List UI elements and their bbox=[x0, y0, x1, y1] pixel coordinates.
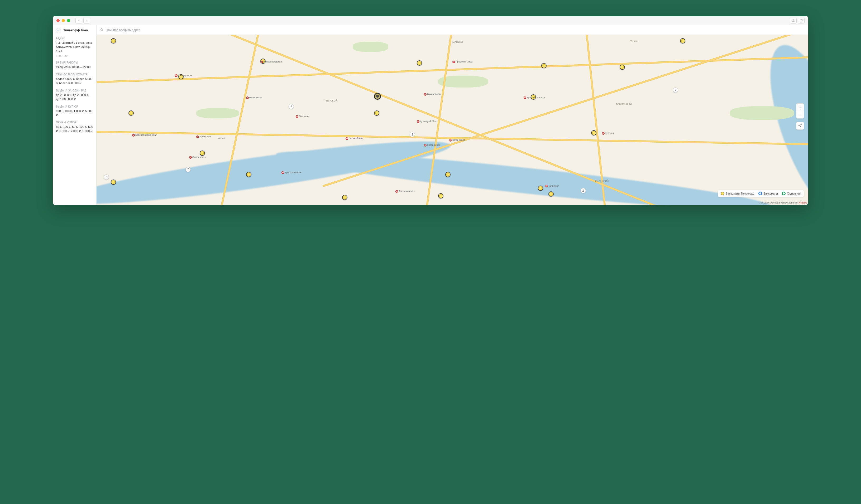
map-label: ТВЕРСКОЙ bbox=[324, 99, 337, 102]
zoom-out-button[interactable]: − bbox=[796, 111, 804, 118]
metro-label: Курская bbox=[602, 132, 614, 135]
share-button[interactable] bbox=[790, 18, 797, 24]
search-bar bbox=[97, 25, 808, 35]
map-pin-selected[interactable] bbox=[374, 93, 381, 100]
legend-branch-icon bbox=[782, 192, 785, 195]
map-pin[interactable] bbox=[111, 180, 116, 185]
metro-label: Охотный Ряд bbox=[345, 137, 363, 140]
nav-back-button[interactable]: ‹ bbox=[76, 18, 82, 24]
balance-value: более 5 000 €, более 5 000 $, более 300 … bbox=[56, 77, 93, 85]
address-label: АДРЕС bbox=[56, 37, 93, 40]
map-pin[interactable] bbox=[417, 60, 422, 66]
map-label: АРБАТ bbox=[218, 137, 225, 140]
locate-button[interactable] bbox=[796, 122, 804, 130]
content: ← Тинькофф Банк АДРЕС ТЦ "Цветной", 1 эт… bbox=[53, 25, 808, 205]
denom-in-value: 50 €, 100 €, 50 $, 100 $, 500 ₽, 1 000 ₽… bbox=[56, 125, 93, 134]
map-label: МОНИКИ bbox=[452, 41, 463, 43]
svg-point-1 bbox=[101, 29, 103, 31]
back-button[interactable]: ← bbox=[56, 28, 61, 33]
map-pin[interactable] bbox=[680, 38, 685, 43]
search-input[interactable] bbox=[106, 28, 805, 32]
map-cluster[interactable]: 2 bbox=[673, 87, 678, 93]
map-cluster[interactable]: 2 bbox=[104, 174, 109, 180]
metro-label: Белорусская bbox=[175, 74, 192, 77]
metro-label: Китай-город bbox=[449, 139, 465, 142]
map-cluster[interactable]: 2 bbox=[186, 167, 191, 172]
map-cluster[interactable]: 2 bbox=[580, 188, 586, 193]
metro-label: Арбатская bbox=[196, 135, 211, 138]
map-pin[interactable] bbox=[246, 172, 251, 177]
map-pin[interactable] bbox=[541, 63, 547, 68]
metro-label: Проспект Мира bbox=[452, 60, 473, 63]
legend-atm-icon bbox=[758, 192, 762, 195]
metro-label: Новослободская bbox=[260, 60, 282, 63]
close-icon[interactable] bbox=[56, 19, 59, 22]
legend: Банкоматы Тинькофф Банкоматы Отделения bbox=[718, 190, 804, 197]
page-title: Тинькофф Банк bbox=[63, 28, 88, 33]
address-value: ТЦ "Цветной", 1 этаж, зона банкоматов, Ц… bbox=[56, 41, 93, 54]
metro-label: Кропоткинская bbox=[282, 171, 301, 174]
map-pin[interactable] bbox=[591, 130, 597, 136]
metro-label: Смоленская bbox=[189, 156, 206, 159]
metro-label: Кузнецкий Мост bbox=[417, 120, 438, 123]
metro-label: Красные Ворота bbox=[524, 96, 545, 99]
map-label: БАСМАННЫЙ bbox=[616, 103, 632, 106]
metro-label: Сухаревская bbox=[424, 93, 441, 96]
metro-label: Третьяковская bbox=[395, 190, 415, 193]
denom-in-label: ПРИЕМ КУПЮР bbox=[56, 121, 93, 124]
metro-label: Краснопресненская bbox=[132, 134, 157, 137]
once-value: до 20 000 €, до 20 000 $, до 1 000 000 ₽ bbox=[56, 93, 93, 101]
denom-out-label: ВЫДАЧА КУПЮР bbox=[56, 105, 93, 108]
map-pin[interactable] bbox=[438, 193, 443, 198]
map-pin[interactable] bbox=[445, 172, 451, 177]
main: + − Банкоматы Тинькофф Банкоматы Отделен… bbox=[97, 25, 808, 205]
metro-label: Таганская bbox=[545, 184, 559, 187]
nav-arrows: ‹ › bbox=[76, 18, 90, 24]
terms-link[interactable]: Условия использования bbox=[770, 201, 798, 204]
metro-label: Маяковская bbox=[246, 96, 262, 99]
zoom-in-button[interactable]: + bbox=[796, 103, 804, 111]
hours-value: ежедневно 10:00 — 22:00 bbox=[56, 65, 93, 69]
tabs-button[interactable] bbox=[798, 18, 805, 24]
balance-label: СЕЙЧАС В БАНКОМАТЕ bbox=[56, 73, 93, 76]
sidebar: ← Тинькофф Банк АДРЕС ТЦ "Цветной", 1 эт… bbox=[53, 25, 97, 205]
legend-tinkoff-label: Банкоматы Тинькофф bbox=[726, 192, 754, 195]
once-label: ВЫДАЧА ЗА ОДИН РАЗ bbox=[56, 89, 93, 92]
legend-tinkoff-icon bbox=[721, 192, 724, 195]
map-pin[interactable] bbox=[374, 110, 379, 116]
search-icon bbox=[100, 28, 104, 32]
metro-label: Тверская bbox=[296, 115, 309, 118]
denom-out-value: 100 €, 100 $, 1 000 ₽, 5 000 ₽ bbox=[56, 109, 93, 117]
maximize-icon[interactable] bbox=[67, 19, 70, 22]
atm-id: ID 001582 bbox=[56, 55, 93, 57]
svg-rect-0 bbox=[800, 20, 802, 22]
attribution: © Яндекс Условия использования Яндекс bbox=[758, 201, 807, 204]
map-pin[interactable] bbox=[620, 65, 625, 70]
map-pin[interactable] bbox=[342, 195, 347, 200]
legend-atm-label: Банкоматы bbox=[763, 192, 778, 195]
map-pin[interactable] bbox=[538, 185, 543, 191]
map-pin[interactable] bbox=[200, 151, 205, 156]
locate-icon bbox=[798, 124, 802, 128]
minimize-icon[interactable] bbox=[62, 19, 65, 22]
map-cluster[interactable]: 2 bbox=[289, 104, 294, 109]
map-canvas[interactable]: + − Банкоматы Тинькофф Банкоматы Отделен… bbox=[97, 35, 808, 205]
traffic-lights bbox=[56, 19, 70, 22]
hours-label: ВРЕМЯ РАБОТЫ bbox=[56, 61, 93, 64]
metro-label: Китай-город bbox=[424, 144, 440, 146]
nav-fwd-button[interactable]: › bbox=[83, 18, 90, 24]
titlebar: ‹ › bbox=[53, 16, 808, 25]
map-label: Тройка bbox=[630, 40, 638, 42]
app-window: ‹ › ← Тинькофф Банк АДРЕС ТЦ "Цветной", … bbox=[53, 16, 808, 205]
legend-branch-label: Отделения bbox=[787, 192, 801, 195]
zoom-control: + − bbox=[796, 103, 804, 118]
map-pin[interactable] bbox=[128, 110, 134, 116]
map-pin[interactable] bbox=[111, 38, 116, 43]
